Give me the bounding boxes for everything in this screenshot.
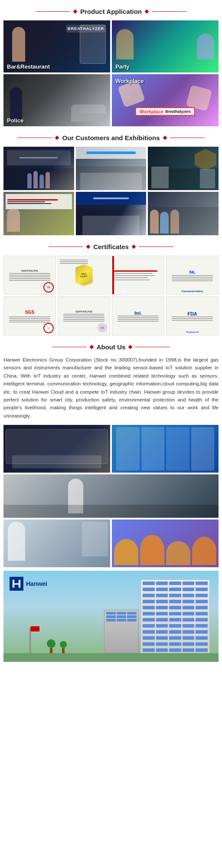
workplace-overlay: Workplace Breathalyzers (135, 107, 195, 116)
about-bottom-grid (3, 519, 219, 567)
sgs-l4 (9, 322, 50, 322)
bw-46 (143, 636, 155, 640)
bw-24 (183, 606, 195, 609)
fda-l3 (172, 320, 213, 321)
d2l2 (63, 316, 104, 316)
rc-l3 (114, 277, 148, 278)
bw-21 (143, 606, 155, 609)
police-label: Police (7, 117, 23, 124)
cert-cell-fda: FDA Registered (166, 296, 219, 335)
machine-shape (80, 25, 106, 64)
header-line-left (36, 11, 70, 12)
building-left (104, 610, 139, 653)
poster-line3 (7, 203, 51, 204)
d2l1 (63, 314, 104, 315)
lw6 (127, 615, 137, 618)
cert-diamond-left (86, 245, 91, 249)
exhibition-cell-3 (148, 147, 219, 190)
bw-row-1 (143, 582, 208, 585)
sensor2 (140, 535, 164, 565)
bw-44 (183, 630, 195, 634)
rack-col4 (191, 427, 215, 470)
bw-row-8 (143, 624, 208, 628)
cert-fda-badge: FDA (187, 311, 197, 316)
person6-3 (170, 210, 179, 233)
bw-17 (156, 600, 168, 603)
cert-cell-doc2: CERTIFICATE 95 (58, 296, 110, 335)
bw-row-12 (143, 648, 208, 652)
cert-row-2: SGS ✓ CERTIFICATE 95 (3, 296, 219, 335)
tree-top-1 (47, 639, 56, 648)
rack-col2 (141, 427, 165, 470)
fda-sub: Registered (186, 331, 199, 333)
sil-sub: Functional Safety (181, 290, 203, 293)
rack-container (116, 427, 214, 470)
bw-row-4 (143, 600, 208, 603)
bw-4 (183, 582, 195, 585)
bw-26 (143, 612, 155, 615)
about-cell-factory-floor (3, 474, 219, 518)
hex-shape (195, 149, 216, 171)
cert-ribbon: ABCCERT (75, 264, 93, 286)
bw-row-11 (143, 642, 208, 646)
bsi-l3 (118, 319, 159, 320)
header-diamond-left (73, 10, 78, 14)
lw5 (117, 615, 126, 618)
bw-row-7 (143, 618, 208, 621)
sil-l4 (172, 280, 213, 281)
bw-47 (156, 636, 168, 640)
bw-22 (156, 606, 168, 609)
bw-19 (183, 600, 195, 603)
bw-8 (169, 588, 181, 591)
sil-l3 (172, 279, 213, 279)
person-s3 (39, 174, 44, 188)
poster-line2 (7, 201, 45, 202)
workbench (3, 505, 219, 518)
header-line-right (152, 11, 186, 12)
bw-1 (143, 582, 155, 585)
bw-38 (169, 624, 181, 628)
left-bldg-windows (104, 610, 138, 623)
bw-16 (143, 600, 155, 603)
bw-58 (169, 648, 181, 652)
rc-l4 (114, 279, 150, 280)
cert-cell-1: CERTIFICATE CE (3, 256, 56, 295)
bw-row-5 (143, 606, 208, 609)
building-container: Hanwei (3, 571, 219, 662)
sensor1 (114, 539, 138, 565)
sil-l1 (172, 275, 213, 276)
customers-header: Our Customers and Exhibitions (0, 134, 222, 141)
table2 (80, 173, 142, 190)
hanwei-icon (10, 577, 23, 591)
exhibition-grid (0, 147, 222, 235)
product-cell-bar: BREATHALYZER Bar&Restaurant (3, 20, 110, 72)
cert-cell-sil: SIL Functional Safety (166, 256, 219, 295)
bw-15 (196, 594, 208, 597)
bw-row-9 (143, 630, 208, 634)
bw-3 (169, 582, 181, 585)
officer-shape (10, 87, 22, 122)
bw-60 (196, 648, 208, 652)
party-person1 (116, 29, 134, 59)
cert-sil-badge: SIL (187, 269, 197, 275)
about-diamond-left (89, 345, 94, 349)
bw-6 (143, 588, 155, 591)
bw-41 (143, 630, 155, 634)
bw-12 (156, 594, 168, 597)
about-cell-machine (3, 425, 110, 473)
bw-57 (156, 648, 168, 652)
cert-sgs-badge: SGS (25, 310, 34, 315)
bw-33 (169, 618, 181, 621)
bw-28 (169, 612, 181, 615)
bw-40 (196, 624, 208, 628)
cert-cell-sgs: SGS ✓ (3, 296, 56, 335)
bw-56 (143, 648, 155, 652)
bw-50 (196, 636, 208, 640)
bw-11 (143, 594, 155, 597)
bw-52 (156, 642, 168, 646)
cert-seal-1: CE (43, 282, 54, 293)
floor3 (148, 168, 219, 190)
booth-header5 (76, 192, 147, 205)
cert-line-1c (9, 276, 50, 277)
cert-watermark: 95 (98, 323, 107, 332)
